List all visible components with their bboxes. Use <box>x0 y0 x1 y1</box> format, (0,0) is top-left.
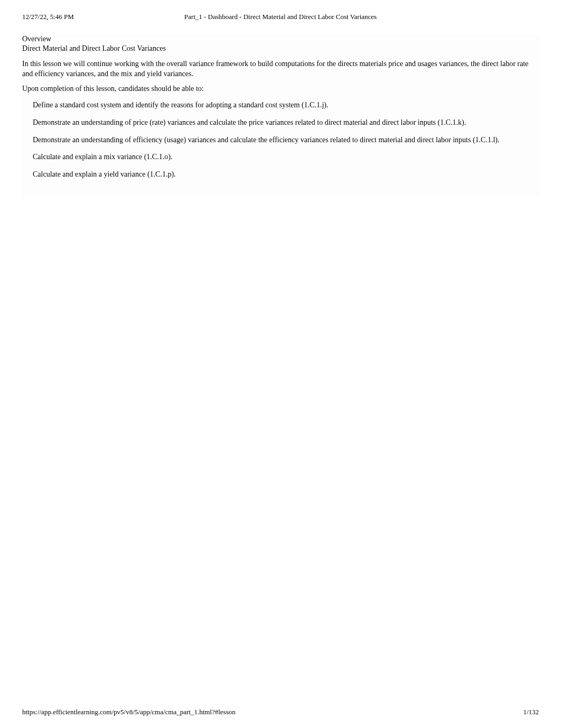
list-item: Calculate and explain a yield variance (… <box>33 170 539 180</box>
list-item: Demonstrate an understanding of efficien… <box>33 135 539 145</box>
footer-page-number: 1/132 <box>523 708 539 716</box>
list-item: Demonstrate an understanding of price (r… <box>33 118 539 128</box>
page-content: Overview Direct Material and Direct Labo… <box>0 25 561 197</box>
footer-url: https://app.efficientlearning.com/pv5/v8… <box>22 708 236 716</box>
section-subheading: Direct Material and Direct Labor Cost Va… <box>22 44 539 53</box>
page-header: 12/27/22, 5:46 PM Part_1 - Dashboard - D… <box>0 0 561 25</box>
objectives-list: Define a standard cost system and identi… <box>22 100 539 180</box>
list-item: Define a standard cost system and identi… <box>33 100 539 110</box>
header-title: Part_1 - Dashboard - Direct Material and… <box>184 13 377 21</box>
content-block: Overview Direct Material and Direct Labo… <box>22 35 539 197</box>
page-footer: https://app.efficientlearning.com/pv5/v8… <box>22 708 539 716</box>
completion-text: Upon completion of this lesson, candidat… <box>22 85 539 93</box>
intro-paragraph: In this lesson we will continue working … <box>22 59 539 79</box>
header-timestamp: 12/27/22, 5:46 PM <box>22 13 74 21</box>
list-item: Calculate and explain a mix variance (1.… <box>33 152 539 162</box>
overview-heading: Overview <box>22 35 539 43</box>
